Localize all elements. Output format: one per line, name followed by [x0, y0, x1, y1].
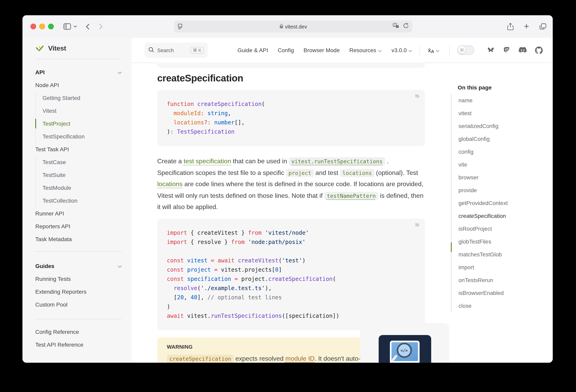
search-input[interactable]: Search ⌘ K	[144, 43, 208, 58]
back-button[interactable]	[86, 24, 89, 30]
toc-item-isrootproject[interactable]: isRootProject	[452, 222, 541, 235]
sidebar-item-testcase[interactable]: TestCase	[36, 156, 132, 169]
url-text: vitest.dev	[174, 24, 412, 30]
sidebar-item-reporters-api[interactable]: Reporters API	[23, 220, 132, 233]
new-tab-button[interactable]: +	[524, 22, 529, 31]
chevron-down-icon	[378, 47, 382, 53]
browser-toolbar: vitest.dev A x	[23, 15, 553, 38]
sidebar-item-testspecification[interactable]: TestSpecification	[36, 130, 132, 143]
toc-list: name vitest serializedConfig globalConfi…	[451, 94, 541, 312]
page-title: createSpecification	[157, 72, 425, 85]
sidebar-item-vitest[interactable]: Vitest	[36, 104, 132, 117]
share-icon[interactable]	[507, 23, 514, 30]
toc-item-provide[interactable]: provide	[452, 184, 541, 197]
toc-item-name[interactable]: name	[452, 94, 541, 107]
sidebar-menu-chevron-icon[interactable]	[73, 25, 77, 28]
link-runtestspecifications[interactable]: vitest.runTestSpecifications	[289, 157, 385, 165]
example-code-block: ts import { createVitest } from 'vitest/…	[157, 218, 425, 330]
nav-guide-api[interactable]: Guide & API	[237, 47, 268, 53]
bluesky-icon[interactable]	[487, 47, 495, 54]
mastodon-icon[interactable]	[503, 46, 510, 54]
doc-main: createSpecification ts function createSp…	[132, 62, 553, 363]
link-module-id[interactable]: module ID	[285, 355, 315, 362]
toc-item-globtestfiles[interactable]: globTestFiles	[452, 235, 541, 248]
chevron-down-icon	[408, 47, 412, 53]
minimize-window-button[interactable]	[39, 24, 45, 29]
signature-code-block: ts function createSpecification( moduleI…	[157, 90, 425, 146]
site-header: Search ⌘ K Guide & API Config Browser Mo…	[132, 38, 553, 63]
sidebar-section-guides[interactable]: Guides	[23, 260, 132, 272]
lock-icon	[279, 24, 283, 30]
chevron-down-icon	[117, 260, 122, 272]
toc-item-createspecification[interactable]: createSpecification	[452, 210, 541, 222]
translate-icon[interactable]: A x	[393, 23, 399, 30]
sidebar-toggle-icon[interactable]	[63, 23, 71, 30]
monitor-graphic: </>	[390, 341, 419, 363]
browser-window: vitest.dev A x	[23, 15, 553, 363]
link-locations[interactable]: locations	[157, 181, 182, 187]
toc-title: On this page	[451, 84, 541, 91]
theme-toggle[interactable]	[458, 45, 474, 55]
nav-version[interactable]: v3.0.0	[392, 47, 412, 53]
zoom-window-button[interactable]	[48, 24, 54, 29]
toc-item-close[interactable]: close	[452, 299, 541, 312]
nav-browser-mode[interactable]: Browser Mode	[304, 47, 340, 53]
sidebar-item-custom-pool[interactable]: Custom Pool	[23, 298, 132, 311]
vitest-logo[interactable]: Vitest	[23, 38, 132, 59]
discord-icon[interactable]	[519, 47, 527, 53]
close-window-button[interactable]	[30, 24, 36, 29]
ad-card[interactable]: </>	[360, 323, 449, 363]
inline-code-createspecification: createSpecification	[167, 355, 234, 362]
sidebar-item-test-api-reference[interactable]: Test API Reference	[23, 338, 132, 351]
top-nav: Guide & API Config Browser Mode Resource…	[237, 47, 412, 53]
sidebar-item-getting-started[interactable]: Getting Started	[36, 91, 132, 104]
sidebar-group-node-api: Getting Started Vitest TestProject TestS…	[35, 91, 132, 143]
chevron-down-icon	[436, 47, 440, 53]
screen: vitest.dev A x	[0, 0, 576, 392]
inline-code-locations: locations	[340, 169, 374, 177]
search-shortcut: ⌘ K	[190, 47, 204, 54]
logo-text: Vitest	[48, 44, 66, 52]
toc-item-vitest[interactable]: vitest	[452, 107, 541, 120]
sidebar-item-running-tests[interactable]: Running Tests	[23, 272, 132, 285]
sidebar-item-config-reference[interactable]: Config Reference	[23, 325, 132, 338]
sidebar-item-testproject[interactable]: TestProject	[36, 117, 132, 130]
toc-item-globalconfig[interactable]: globalConfig	[452, 132, 541, 145]
address-bar[interactable]: vitest.dev A x	[174, 21, 412, 32]
toc-item-matchestestglob[interactable]: matchesTestGlob	[452, 248, 541, 261]
toc-item-vite[interactable]: vite	[452, 158, 541, 171]
sidebar-item-testmodule[interactable]: TestModule	[36, 181, 132, 194]
sidebar-item-runner-api[interactable]: Runner API	[23, 207, 132, 220]
sidebar: Vitest API Node API Getting Started Vite…	[23, 38, 132, 363]
reload-icon[interactable]	[403, 23, 409, 30]
sidebar-item-node-api[interactable]: Node API	[23, 79, 132, 91]
intro-paragraph: Create a test specification that can be …	[157, 156, 425, 213]
toc-item-serializedconfig[interactable]: serializedConfig	[452, 120, 541, 132]
forward-button[interactable]	[99, 24, 103, 30]
toc-item-isbrowserenabled[interactable]: isBrowserEnabled	[452, 286, 541, 299]
divider	[449, 45, 450, 55]
link-testnamepattern[interactable]: testNamePattern	[324, 192, 378, 200]
sidebar-item-testsuite[interactable]: TestSuite	[36, 169, 132, 181]
nav-resources[interactable]: Resources	[349, 47, 382, 53]
toc-item-import[interactable]: import	[452, 261, 541, 274]
toc-active-marker	[451, 242, 452, 252]
sidebar-section-api[interactable]: API	[23, 66, 132, 79]
sidebar-item-testcollection[interactable]: TestCollection	[36, 194, 132, 207]
aside: On this page name vitest serializedConfi…	[451, 62, 541, 312]
link-test-specification[interactable]: test specification	[184, 158, 231, 164]
github-icon[interactable]	[535, 46, 543, 54]
vitest-logo-icon	[35, 44, 44, 53]
svg-text:x: x	[397, 26, 398, 28]
toc-item-browser[interactable]: browser	[452, 171, 541, 184]
toc-item-config[interactable]: config	[452, 145, 541, 158]
language-selector[interactable]: x̄A	[428, 47, 440, 53]
tab-overview-icon[interactable]	[540, 23, 546, 30]
nav-config[interactable]: Config	[278, 47, 294, 53]
inline-code-project: project	[286, 169, 314, 177]
sidebar-item-task-metadata[interactable]: Task Metadata	[23, 233, 132, 245]
sidebar-item-test-task-api[interactable]: Test Task API	[23, 143, 132, 156]
toc-item-ontestsrerun[interactable]: onTestsRerun	[452, 274, 541, 286]
toc-item-getprovidedcontext[interactable]: getProvidedContext	[452, 197, 541, 210]
sidebar-item-extending-reporters[interactable]: Extending Reporters	[23, 285, 132, 298]
